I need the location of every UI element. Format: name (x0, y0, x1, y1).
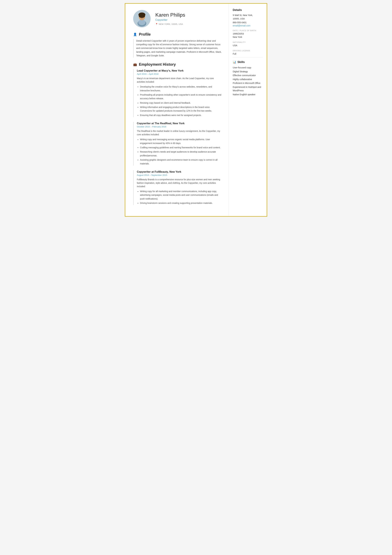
employment-entry-3: Copywriter at FullBeauty, New York Augus… (133, 170, 222, 205)
address: 9 Wall St, New York,10005, USA (233, 14, 263, 21)
job-title-1: Lead Copywriter at Macy's, New York (137, 69, 222, 72)
profile-icon: 👤 (133, 33, 137, 36)
location: 📍 NEW YORK, 10005, USA (155, 23, 185, 25)
details-title-text: Details (233, 8, 242, 12)
profile-title: Profile (139, 32, 151, 37)
bullet-item: Crafting messaging guidelines and naming… (140, 146, 222, 149)
svg-point-7 (143, 17, 143, 17)
skills-section-title: 📊 Skills (233, 60, 263, 64)
nationality-value: USA (233, 44, 263, 47)
job-bullets-3: Writing copy for all marketing and membe… (137, 190, 222, 205)
resume-page: Karen Philips Copywriter 📍 NEW YORK, 100… (125, 3, 267, 217)
employment-icon: 💼 (133, 63, 137, 66)
driving-value: Full (233, 52, 263, 56)
profile-text: Detail-oriented Copywriter with 4 years … (133, 39, 222, 58)
skill-item: Native English speaker (233, 93, 263, 96)
svg-point-6 (141, 17, 141, 17)
dob-label: DATE / PLACE OF BIRTH (233, 29, 263, 31)
header-section: Karen Philips Copywriter 📍 NEW YORK, 100… (133, 10, 222, 27)
skills-bar-icon: 📊 (233, 60, 236, 64)
skill-item: Effective communicator (233, 73, 263, 77)
date-range-2: October 2015 – February 2016 (137, 125, 222, 128)
email-link[interactable]: email@email.com (233, 24, 250, 27)
nationality-label: NATIONALITY (233, 41, 263, 43)
job-description-2: The RealReal is the market leader in onl… (137, 130, 222, 136)
dob-value: 1995/20/03 (233, 32, 263, 36)
job-title-3: Copywriter at FullBeauty, New York (137, 170, 222, 174)
details-section-title: Details (233, 8, 263, 12)
date-range-3: August 2014 – September 2015 (137, 174, 222, 176)
skill-item: Highly collaborative (233, 77, 263, 81)
driving-label: DRIVING LICENSE (233, 50, 263, 51)
date-range-1: April 2016 – April 2018 (137, 73, 222, 75)
employment-section-header: 💼 Employment History (133, 62, 222, 67)
phone: 890-555-0401 (233, 21, 263, 24)
skills-list: User-focused copy Digital Strategy Effec… (233, 66, 263, 96)
job-title: Copywriter (155, 19, 185, 21)
svg-point-2 (138, 20, 145, 25)
job-bullets-2: Writing copy and messaging across organi… (137, 138, 222, 166)
location-pin-icon: 📍 (155, 23, 158, 25)
bullet-item: Driving brainstorm sessions and creating… (140, 201, 222, 205)
bullet-item: Assisting graphic designers and ecommerc… (140, 158, 222, 166)
skill-item: User-focused copy (233, 66, 263, 70)
candidate-name: Karen Philips (155, 12, 185, 18)
main-column: Karen Philips Copywriter 📍 NEW YORK, 100… (125, 4, 229, 216)
skill-item: Proficient in Microsoft Office (233, 81, 263, 85)
bullet-item: Revising copy based on client and intern… (140, 101, 222, 105)
job-title-2: Copywriter at The RealReal, New York (137, 122, 222, 125)
employment-title: Employment History (139, 62, 176, 67)
location-text: NEW YORK, 10005, USA (159, 23, 183, 25)
header-info: Karen Philips Copywriter 📍 NEW YORK, 100… (155, 12, 185, 25)
bullet-item: Ensuring that all copy deadlines were me… (140, 113, 222, 117)
birthplace-value: New York (233, 36, 263, 39)
svg-point-5 (139, 14, 145, 18)
skill-item: Experienced in HubSpot and WordPress (233, 85, 263, 93)
employment-entry-2: Copywriter at The RealReal, New York Oct… (133, 122, 222, 166)
job-bullets-1: Developing the creative voice for Macy's… (137, 85, 222, 117)
sidebar: Details 9 Wall St, New York,10005, USA 8… (229, 4, 267, 216)
job-description-3: FullBeauty Brands is a comprehensive res… (137, 178, 222, 188)
skill-item: Digital Strategy (233, 70, 263, 73)
profile-section-header: 👤 Profile (133, 32, 222, 37)
bullet-item: Developing the creative voice for Macy's… (140, 85, 222, 92)
bullet-item: Writing informative and engaging product… (140, 105, 222, 113)
job-description-1: Macy's is an American department store c… (137, 77, 222, 84)
employment-entry-1: Lead Copywriter at Macy's, New York Apri… (133, 69, 222, 117)
sidebar-divider (233, 57, 263, 57)
bullet-item: Writing copy for all marketing and membe… (140, 190, 222, 201)
bullet-item: Writing copy and messaging across organi… (140, 138, 222, 145)
avatar (133, 10, 151, 27)
bullet-item: Proofreading all projects including othe… (140, 93, 222, 101)
skills-title-text: Skills (237, 60, 245, 64)
bullet-item: Researching client's needs and target au… (140, 150, 222, 157)
